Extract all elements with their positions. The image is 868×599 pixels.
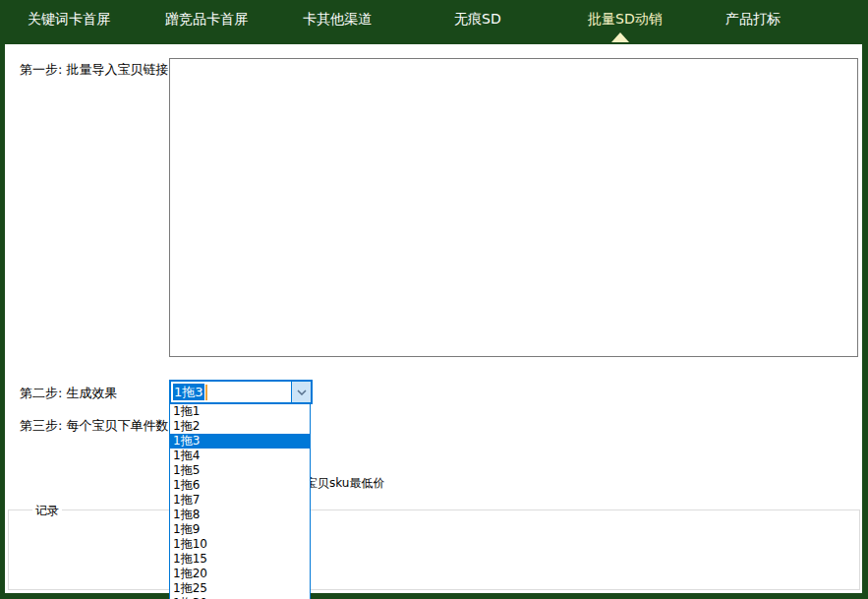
dropdown-option[interactable]: 1拖6 [170,478,310,493]
effect-combobox-selected-value: 1拖3 [173,384,204,400]
product-links-textarea[interactable] [169,58,858,357]
effect-combobox-value-area[interactable]: 1拖3 [171,382,291,402]
dropdown-option[interactable]: 1拖7 [170,493,310,508]
effect-combobox-dropdown-list: 1拖1 1拖2 1拖3 1拖4 1拖5 1拖6 1拖7 1拖8 1拖9 1拖10… [169,404,311,599]
nav-bar: 关键词卡首屏 蹭竞品卡首屏 卡其他渠道 无痕SD 批量SD动销 产品打标 [0,0,868,44]
step2-label: 第二步: 生成效果 [20,385,118,402]
chevron-down-icon [297,389,307,395]
effect-combobox[interactable]: 1拖3 [169,380,313,404]
tab-traceless-sd[interactable]: 无痕SD [454,11,501,29]
dropdown-option[interactable]: 1拖15 [170,552,310,567]
tab-product-marking[interactable]: 产品打标 [725,11,781,29]
active-tab-triangle-icon [611,32,629,42]
record-groupbox-legend: 记录 [32,503,62,519]
tab-keyword-card-first-screen[interactable]: 关键词卡首屏 [28,11,110,29]
dropdown-option[interactable]: 1拖10 [170,537,310,552]
dropdown-option[interactable]: 1拖25 [170,581,310,596]
dropdown-option-selected[interactable]: 1拖3 [170,434,310,449]
dropdown-option[interactable]: 1拖20 [170,567,310,581]
dropdown-option[interactable]: 1拖5 [170,463,310,478]
text-caret [205,385,207,400]
sku-lowest-price-hint: 宝贝sku最低价 [306,475,384,492]
dropdown-option[interactable]: 1拖8 [170,508,310,522]
tab-batch-sd-sales[interactable]: 批量SD动销 [588,11,663,29]
effect-combobox-dropdown-button[interactable] [291,382,311,402]
step1-label: 第一步: 批量导入宝贝链接 [20,61,169,79]
dropdown-option[interactable]: 1拖9 [170,522,310,537]
dropdown-option[interactable]: 1拖2 [170,419,310,434]
record-groupbox [8,509,860,590]
tab-competitor-card-first-screen[interactable]: 蹭竞品卡首屏 [165,11,248,29]
dropdown-option[interactable]: 1拖4 [170,449,310,463]
step3-label: 第三步: 每个宝贝下单件数 [20,417,169,435]
dropdown-option[interactable]: 1拖1 [170,404,310,419]
tab-block-other-channels[interactable]: 卡其他渠道 [303,11,372,29]
